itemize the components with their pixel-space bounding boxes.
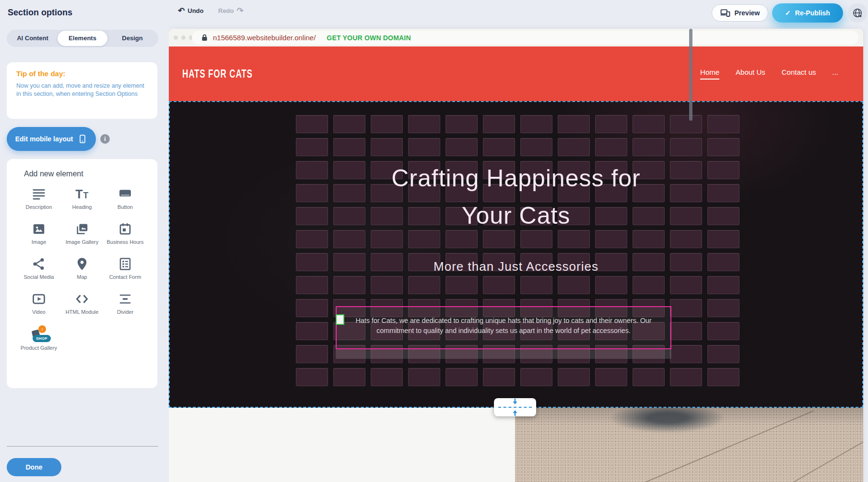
mobile-phone-icon — [78, 134, 87, 144]
undo-button[interactable]: ↶ Undo — [178, 7, 203, 14]
svg-text:T: T — [83, 191, 89, 200]
floor-joint-line — [793, 438, 863, 482]
hero-grid-cell — [558, 276, 590, 294]
hero-grid-cell — [670, 368, 702, 386]
nav-item-about-us[interactable]: About Us — [736, 68, 765, 80]
hero-grid-cell — [446, 368, 478, 386]
hero-grid-cell — [595, 253, 627, 271]
republish-button[interactable]: ✓ Re-Publish — [772, 3, 843, 23]
hero-grid-cell — [333, 230, 365, 248]
address-bar[interactable]: n1566589.websitebuilder.online/ GET YOUR… — [192, 31, 858, 45]
hero-grid-cell — [333, 161, 365, 179]
edit-mobile-layout-button[interactable]: Edit mobile layout — [7, 127, 96, 151]
hero-grid-cell — [707, 230, 739, 248]
hero-section-selected[interactable]: Crafting Happiness for Your Cats More th… — [169, 101, 863, 408]
video-icon — [32, 292, 46, 306]
add-element-video[interactable]: Video — [17, 292, 60, 315]
globe-icon — [852, 8, 863, 18]
heading-icon: TT — [75, 187, 89, 201]
hero-grid-cell — [296, 345, 328, 363]
add-element-button[interactable]: Button — [104, 187, 147, 210]
sidebar-divider — [7, 446, 158, 447]
add-element-heading[interactable]: TTHeading — [60, 187, 104, 210]
add-element-divider[interactable]: Divider — [104, 292, 147, 315]
redo-icon: ↷ — [237, 8, 244, 14]
language-globe-button[interactable] — [848, 3, 867, 23]
tab-elements[interactable]: Elements — [58, 31, 107, 46]
hero-grid-cell — [296, 253, 328, 271]
image-gallery-icon — [75, 222, 89, 236]
add-element-social-media[interactable]: Social Media — [17, 257, 60, 280]
contact-form-icon — [118, 257, 132, 271]
floor-photo — [515, 408, 863, 482]
done-button[interactable]: Done — [7, 458, 61, 476]
hero-grid-cell — [670, 184, 702, 202]
add-element-grid: DescriptionTTHeadingButtonImageImage Gal… — [17, 187, 147, 351]
arrow-down-icon — [512, 398, 518, 405]
site-logo[interactable]: HATS FOR CATS — [182, 67, 253, 81]
resize-handle-left[interactable] — [336, 314, 344, 325]
hero-subheading[interactable]: More than Just Accessories — [434, 259, 598, 274]
add-element-business-hours[interactable]: Business Hours — [104, 222, 147, 245]
hero-grid-cell — [483, 276, 515, 294]
description-icon — [32, 187, 46, 201]
hero-grid-cell — [520, 368, 552, 386]
shop-badge: SHOP — [33, 335, 51, 342]
browser-dots — [174, 35, 193, 40]
add-element-description[interactable]: Description — [17, 187, 60, 210]
nav-more-button[interactable]: ... — [832, 68, 838, 80]
description-element-selected[interactable]: Hats for Cats, we are dedicated to craft… — [336, 306, 671, 349]
hero-grid-cell — [296, 207, 328, 225]
info-icon[interactable]: i — [100, 134, 110, 144]
add-element-html-module[interactable]: HTML Module — [60, 292, 104, 315]
preview-button[interactable]: Preview — [712, 4, 768, 22]
add-element-label: Product Gallery — [21, 345, 57, 351]
get-your-own-domain-link[interactable]: GET YOUR OWN DOMAIN — [327, 34, 411, 42]
section-height-resize-handle[interactable] — [494, 398, 536, 416]
add-element-contact-form[interactable]: Contact Form — [104, 257, 147, 280]
drop-indicator-strip — [336, 349, 671, 359]
devices-icon — [720, 9, 730, 17]
hero-grid-cell — [670, 276, 702, 294]
site-preview-canvas: n1566589.websitebuilder.online/ GET YOUR… — [169, 29, 863, 482]
hero-grid-cell — [707, 368, 739, 386]
hero-grid-cell — [296, 230, 328, 248]
hero-grid-cell — [670, 161, 702, 179]
hero-grid-cell — [707, 253, 739, 271]
hero-grid-cell — [558, 368, 590, 386]
hero-grid-cell — [707, 138, 739, 156]
redo-button[interactable]: Redo ↷ — [218, 7, 244, 14]
hero-grid-cell — [670, 299, 702, 317]
canvas-scrollbar[interactable] — [689, 29, 692, 121]
add-element-product-gallery[interactable]: ↑SHOPProduct Gallery — [17, 327, 60, 351]
lock-icon — [201, 34, 208, 41]
hero-grid-cell — [670, 115, 702, 133]
tab-ai-content[interactable]: AI Content — [8, 31, 58, 46]
business-hours-icon — [118, 222, 132, 236]
next-section[interactable] — [169, 408, 863, 482]
add-element-image[interactable]: Image — [17, 222, 60, 245]
add-panel-title: Add new element — [24, 170, 83, 178]
nav-item-contact-us[interactable]: Contact us — [782, 68, 816, 80]
hero-grid-cell — [371, 368, 403, 386]
nav-item-home[interactable]: Home — [700, 68, 719, 80]
page-title: Section options — [8, 8, 72, 18]
add-element-label: Business Hours — [106, 239, 143, 245]
hero-grid-cell — [670, 207, 702, 225]
hero-grid-cell — [670, 138, 702, 156]
hero-heading[interactable]: Crafting Happiness for Your Cats — [387, 160, 645, 234]
site-nav: HomeAbout UsContact us... — [700, 68, 838, 80]
checkmark-icon: ✓ — [785, 9, 791, 17]
hero-description[interactable]: Hats for Cats, we are dedicated to craft… — [337, 307, 670, 336]
add-element-image-gallery[interactable]: Image Gallery — [60, 222, 104, 245]
hero-grid-cell — [707, 207, 739, 225]
tab-design[interactable]: Design — [107, 31, 157, 46]
add-element-label: Image Gallery — [66, 239, 98, 245]
hero-grid-cell — [633, 368, 665, 386]
hero-grid-cell — [296, 276, 328, 294]
hero-grid-cell — [333, 207, 365, 225]
preview-label: Preview — [735, 9, 760, 17]
add-element-map[interactable]: Map — [60, 257, 104, 280]
hero-grid-cell — [333, 115, 365, 133]
undo-icon: ↶ — [178, 8, 185, 14]
